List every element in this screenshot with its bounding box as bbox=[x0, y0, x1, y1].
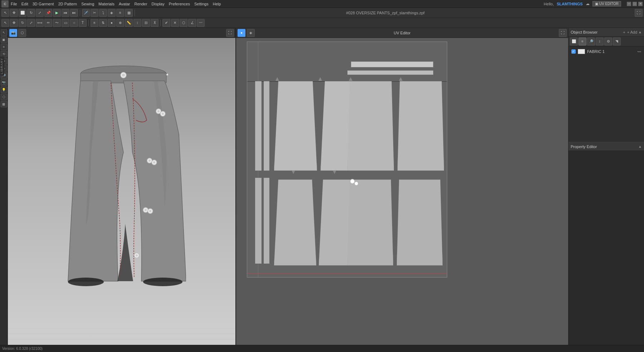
tb2-bezier[interactable]: 〜 bbox=[53, 19, 61, 27]
tb2-snap[interactable]: ⊕ bbox=[116, 19, 124, 27]
tb2-text[interactable]: T bbox=[79, 19, 87, 27]
tb-cut[interactable]: ✂ bbox=[91, 9, 98, 17]
fabric-checkbox-1[interactable]: ✓ bbox=[571, 49, 576, 54]
property-editor-collapse[interactable]: ▲ bbox=[638, 145, 642, 148]
close-button[interactable]: ✕ bbox=[638, 2, 643, 6]
menu-materials[interactable]: Materials bbox=[98, 2, 114, 6]
tb2-angle[interactable]: ∠ bbox=[188, 19, 196, 27]
window-controls: ─ □ ✕ bbox=[627, 2, 643, 6]
tb-select-box[interactable]: ⬜ bbox=[19, 9, 26, 17]
svg-point-15 bbox=[136, 254, 138, 256]
menu-avatar[interactable]: Avatar bbox=[119, 2, 130, 6]
floor-area bbox=[8, 323, 235, 345]
document-title: #028 OVERSIZE PANTS_zpf_slamthings.zpf bbox=[137, 11, 634, 15]
tb2-move2[interactable]: ✥ bbox=[10, 19, 18, 27]
svg-point-20 bbox=[143, 278, 182, 286]
tb2-scale2[interactable]: ⤢ bbox=[27, 19, 35, 27]
ob-list-btn[interactable]: ≡ bbox=[579, 38, 586, 45]
menu-settings[interactable]: Settings bbox=[194, 2, 209, 6]
sidebar-btn-1[interactable]: ↖ bbox=[1, 29, 7, 36]
uv-title: UV Editor bbox=[394, 31, 410, 35]
uv-editor-label: UV EDITOR bbox=[599, 2, 619, 6]
sidebar-btn-11[interactable]: ▦ bbox=[1, 101, 7, 107]
uv-canvas[interactable] bbox=[236, 38, 568, 345]
menu-3d-garment[interactable]: 3D Garment bbox=[33, 2, 54, 6]
add-button[interactable]: + + Add bbox=[623, 30, 637, 34]
svg-point-3 bbox=[157, 110, 160, 112]
tb-sew[interactable]: 🪡 bbox=[82, 9, 90, 17]
menu-sewing[interactable]: Sewing bbox=[81, 2, 94, 6]
tb2-notch[interactable]: ⊼ bbox=[151, 19, 158, 27]
status-bar: Version: 6.0.328 (r32100) bbox=[0, 345, 644, 352]
maximize-button[interactable]: □ bbox=[633, 2, 637, 6]
tb-pin[interactable]: 📌 bbox=[44, 9, 52, 17]
uv-panel-back-right bbox=[397, 81, 444, 171]
tb-play[interactable]: ▶ bbox=[53, 9, 61, 17]
uv-grid bbox=[247, 41, 447, 278]
menu-file[interactable]: File bbox=[11, 2, 17, 6]
fabric-item-1[interactable]: ✓ FABRIC 1 ••• bbox=[570, 48, 643, 55]
tb-arrow[interactable]: ↖ bbox=[1, 9, 9, 17]
tb2-grain[interactable]: ↕ bbox=[133, 19, 141, 27]
tb2-button[interactable]: ● bbox=[108, 19, 116, 27]
fabric-more-1[interactable]: ••• bbox=[637, 50, 641, 54]
ob-collapse-btn[interactable]: ◥ bbox=[613, 38, 621, 45]
uv-editor: ● ◈ UV Editor ⛶ bbox=[236, 28, 568, 345]
ob-sort-btn[interactable]: ↕ bbox=[596, 38, 604, 45]
tb-step-back[interactable]: ⏮ bbox=[62, 9, 69, 17]
tb-seam[interactable]: ≡ bbox=[116, 9, 124, 17]
tb2-seam2[interactable]: ≡ bbox=[91, 19, 98, 27]
tb-fullscreen[interactable]: ⛶ bbox=[635, 9, 643, 17]
menu-edit[interactable]: Edit bbox=[21, 2, 28, 6]
object-browser: Object Browser + + Add ▲ ⬜ ≡ 🔎 ↕ ⚙ ◥ bbox=[569, 28, 644, 142]
tb2-wrinkle[interactable]: 〰 bbox=[197, 19, 205, 27]
tb2-mirror[interactable]: ⟺ bbox=[36, 19, 44, 27]
uv-strip-3 bbox=[255, 178, 262, 264]
tb2-select[interactable]: ↖ bbox=[1, 19, 9, 27]
menu-render[interactable]: Render bbox=[135, 2, 147, 6]
menu-preferences[interactable]: Preferences bbox=[169, 2, 190, 6]
vp-render-btn[interactable]: ⬡ bbox=[18, 29, 26, 37]
tb-dart[interactable]: ◈ bbox=[108, 9, 116, 17]
tb-fold[interactable]: ⤵ bbox=[99, 9, 107, 17]
uv-editor-toolbar: ● ◈ UV Editor ⛶ bbox=[236, 28, 568, 38]
menu-help[interactable]: Help bbox=[213, 2, 221, 6]
tb2-measure[interactable]: 📏 bbox=[125, 19, 133, 27]
ob-view-btn[interactable]: ⬜ bbox=[570, 38, 578, 45]
ob-filter-btn[interactable]: 🔎 bbox=[587, 38, 595, 45]
tb2-rect[interactable]: ▭ bbox=[62, 19, 69, 27]
tb2-zip[interactable]: ⇅ bbox=[99, 19, 107, 27]
uv-camera-btn[interactable]: ● bbox=[238, 29, 245, 37]
tb2-rot2[interactable]: ↻ bbox=[19, 19, 26, 27]
tb-move[interactable]: ✥ bbox=[10, 9, 18, 17]
menu-display[interactable]: Display bbox=[152, 2, 165, 6]
sidebar-btn-9[interactable]: 💡 bbox=[1, 87, 7, 93]
sidebar-btn-8[interactable]: 📷 bbox=[1, 79, 7, 86]
menu-2d-pattern[interactable]: 2D Pattern bbox=[58, 2, 77, 6]
app-logo: C bbox=[1, 0, 9, 8]
tb-pattern[interactable]: ▦ bbox=[125, 9, 133, 17]
uv-expand-btn[interactable]: ⛶ bbox=[559, 29, 567, 37]
floor-line-1 bbox=[8, 328, 235, 329]
tb2-x[interactable]: ✕ bbox=[171, 19, 179, 27]
tb2-pen[interactable]: ✏ bbox=[44, 19, 52, 27]
tb-scale[interactable]: ⤢ bbox=[36, 9, 44, 17]
tb2-check[interactable]: ✔ bbox=[162, 19, 170, 27]
object-browser-title: Object Browser bbox=[571, 30, 597, 34]
tb2-internal[interactable]: ⊟ bbox=[142, 19, 150, 27]
sidebar-btn-3[interactable]: ≡ bbox=[1, 44, 7, 50]
tb-step-fwd[interactable]: ⏭ bbox=[70, 9, 78, 17]
tb-rotate[interactable]: ↻ bbox=[27, 9, 35, 17]
tb2-circle[interactable]: ○ bbox=[70, 19, 78, 27]
tb2-trace[interactable]: ⬡ bbox=[180, 19, 187, 27]
viewport-3d: 📷 ⬡ ⛶ bbox=[8, 28, 236, 345]
vp-camera[interactable]: 📷 bbox=[9, 29, 17, 37]
minimize-button[interactable]: ─ bbox=[627, 2, 631, 6]
uv-mode-btn[interactable]: ◈ bbox=[247, 29, 255, 37]
vp-expand[interactable]: ⛶ bbox=[226, 29, 234, 37]
sidebar-btn-2[interactable]: ▣ bbox=[1, 36, 7, 43]
ob-settings-btn[interactable]: ⚙ bbox=[604, 38, 612, 45]
collapse-icon[interactable]: ▲ bbox=[638, 30, 642, 34]
uv-editor-badge[interactable]: ▣ UV EDITOR bbox=[592, 1, 621, 6]
sidebar-btn-10[interactable]: ⬡ bbox=[1, 94, 7, 100]
